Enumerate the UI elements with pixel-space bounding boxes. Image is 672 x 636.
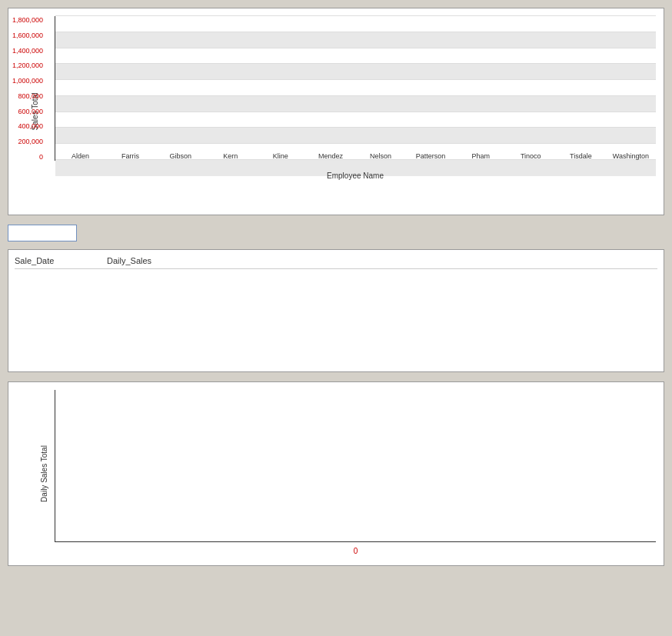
y-axis-label: 400,000 [18,122,44,130]
bar-label: Gibson [169,152,191,160]
y-axis-label: 1,400,000 [12,47,43,55]
detail-table: Sale_Date Daily_Sales [8,249,664,372]
y-axis-label: 200,000 [18,138,44,145]
y-axis-label: 0 [39,153,43,161]
bar-group: Kline [255,149,305,160]
bar-group: Gibson [155,149,205,160]
bars-wrapper: AldenFarrisGibsonKernKlineMendezNelsonPa… [55,16,656,160]
daily-y-axis-title: Daily Sales Total [40,445,48,502]
y-axis-label: 1,200,000 [12,62,43,69]
bar-group: Pham [456,149,506,160]
col-daily-sales: Daily_Sales [107,256,199,265]
y-axis-label: 600,000 [18,108,44,115]
bar-label: Patterson [416,152,446,160]
y-axis-label: 1,600,000 [12,32,43,39]
bar-group: Kern [205,149,255,160]
chart-plot: AldenFarrisGibsonKernKlineMendezNelsonPa… [55,16,656,161]
bar-chart-area: 1,800,0001,600,0001,400,0001,200,0001,00… [55,16,656,184]
bar-group: Alden [55,149,105,160]
bar-chart: Sales Total 1,800,0001,600,0001,400,0001… [8,8,664,215]
bar-group: Nelson [355,149,405,160]
search-box [8,225,664,241]
bar-label: Pham [471,152,490,160]
y-axis-label: 1,000,000 [12,77,43,85]
bar-group: Tinoco [506,149,556,160]
bar-label: Kern [223,152,238,160]
bar-group: Farris [105,149,155,160]
bar-label: Mendez [318,152,343,160]
daily-plot: 0 [55,390,656,542]
daily-x-zero: 0 [354,547,358,555]
bar-group: Tisdale [556,149,606,160]
bar-label: Washington [613,152,649,160]
bar-label: Kline [273,152,288,160]
x-axis-title: Employee Name [327,171,384,180]
search-input[interactable] [8,225,77,241]
daily-chart: Daily Sales Total 0 [8,381,664,566]
bar-label: Farris [121,152,139,160]
bar-label: Tinoco [521,152,541,160]
bar-group: Mendez [305,149,355,160]
bar-group: Washington [606,149,656,160]
y-axis-label: 1,800,000 [12,16,43,24]
y-axis-label: 800,000 [18,92,44,100]
table-header: Sale_Date Daily_Sales [15,256,657,269]
y-axis-labels: 1,800,0001,600,0001,400,0001,200,0001,00… [12,16,43,161]
bar-label: Nelson [370,152,391,160]
bar-label: Alden [72,152,89,160]
bar-label: Tisdale [570,152,592,160]
col-sale-date: Sale_Date [15,256,107,265]
bar-group: Patterson [406,149,456,160]
